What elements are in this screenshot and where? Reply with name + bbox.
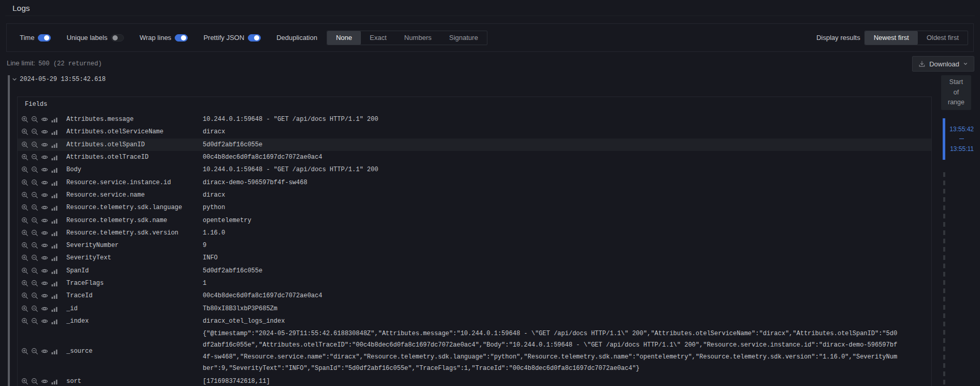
dedup-option[interactable]: Exact: [361, 31, 396, 45]
filter-for-value-icon[interactable]: [21, 191, 29, 199]
filter-out-value-icon[interactable]: [31, 229, 38, 237]
filter-out-value-icon[interactable]: [31, 166, 38, 173]
field-row[interactable]: Resource.telemetry.sdk.name opentelemetr…: [18, 214, 931, 226]
field-row[interactable]: Resource.service.instance.id diracx-demo…: [18, 176, 931, 188]
stats-bar-chart-icon[interactable]: [51, 154, 58, 161]
field-row[interactable]: sort [1716983742618,11]: [18, 375, 931, 386]
field-row[interactable]: _id Tb80xI8B3lxbP3P685Zm: [18, 302, 931, 314]
stats-bar-chart-icon[interactable]: [51, 229, 58, 237]
eye-icon[interactable]: [41, 116, 48, 123]
filter-out-value-icon[interactable]: [31, 267, 38, 274]
eye-icon[interactable]: [41, 348, 48, 355]
field-row[interactable]: TraceId 00c4b8dec6d0fa8c1697dc7072ae0ac4: [18, 290, 931, 302]
filter-for-value-icon[interactable]: [21, 305, 29, 312]
filter-for-value-icon[interactable]: [21, 242, 29, 249]
field-row[interactable]: TraceFlags 1: [18, 277, 931, 290]
filter-for-value-icon[interactable]: [21, 204, 29, 211]
filter-out-value-icon[interactable]: [31, 280, 38, 287]
order-option[interactable]: Newest first: [865, 31, 918, 45]
eye-icon[interactable]: [41, 242, 48, 249]
filter-for-value-icon[interactable]: [21, 378, 29, 385]
eye-icon[interactable]: [41, 254, 48, 261]
field-row[interactable]: Body 10.244.0.1:59648 - "GET /api/docs H…: [18, 163, 931, 176]
filter-for-value-icon[interactable]: [21, 141, 29, 148]
download-button[interactable]: Download: [912, 56, 974, 72]
eye-icon[interactable]: [41, 166, 48, 173]
filter-out-value-icon[interactable]: [31, 254, 38, 261]
field-row[interactable]: _index diracx_otel_logs_index: [18, 315, 931, 327]
filter-for-value-icon[interactable]: [21, 318, 29, 325]
filter-for-value-icon[interactable]: [21, 280, 29, 287]
eye-icon[interactable]: [41, 179, 48, 186]
order-option[interactable]: Oldest first: [918, 31, 968, 45]
eye-icon[interactable]: [41, 318, 48, 325]
filter-out-value-icon[interactable]: [31, 318, 38, 325]
filter-for-value-icon[interactable]: [21, 267, 29, 274]
field-row[interactable]: SpanId 5d0df2abf16c055e: [18, 265, 931, 277]
filter-for-value-icon[interactable]: [21, 154, 29, 161]
toggle-switch[interactable]: [111, 34, 124, 42]
stats-bar-chart-icon[interactable]: [51, 204, 58, 211]
field-row[interactable]: Resource.service.name diracx: [18, 189, 931, 201]
filter-out-value-icon[interactable]: [31, 191, 38, 199]
filter-for-value-icon[interactable]: [21, 348, 29, 355]
stats-bar-chart-icon[interactable]: [51, 179, 58, 186]
stats-bar-chart-icon[interactable]: [51, 267, 58, 274]
filter-out-value-icon[interactable]: [31, 378, 38, 385]
stats-bar-chart-icon[interactable]: [51, 128, 58, 135]
filter-out-value-icon[interactable]: [31, 179, 38, 186]
stats-bar-chart-icon[interactable]: [51, 348, 58, 355]
field-row[interactable]: _source {"@timestamp":"2024-05-29T11:55:…: [18, 327, 931, 375]
filter-out-value-icon[interactable]: [31, 348, 38, 355]
stats-bar-chart-icon[interactable]: [51, 305, 58, 312]
eye-icon[interactable]: [41, 128, 48, 135]
stats-bar-chart-icon[interactable]: [51, 116, 58, 123]
field-row[interactable]: SeverityText INFO: [18, 252, 931, 264]
field-row[interactable]: Attributes.otelServiceName diracx: [18, 126, 931, 138]
toggle-switch[interactable]: [248, 34, 261, 42]
eye-icon[interactable]: [41, 229, 48, 237]
eye-icon[interactable]: [41, 378, 48, 385]
field-row[interactable]: Resource.telemetry.sdk.language python: [18, 201, 931, 214]
filter-out-value-icon[interactable]: [31, 204, 38, 211]
eye-icon[interactable]: [41, 191, 48, 199]
dedup-option[interactable]: Numbers: [396, 31, 441, 45]
field-row[interactable]: Resource.telemetry.sdk.version 1.16.0: [18, 227, 931, 239]
field-row[interactable]: Attributes.otelSpanID 5d0df2abf16c055e: [18, 139, 931, 151]
filter-for-value-icon[interactable]: [21, 254, 29, 261]
toggle-switch[interactable]: [175, 34, 188, 42]
field-row[interactable]: Attributes.message 10.244.0.1:59648 - "G…: [18, 113, 931, 126]
filter-for-value-icon[interactable]: [21, 116, 29, 123]
filter-for-value-icon[interactable]: [21, 179, 29, 186]
dedup-option[interactable]: Signature: [440, 31, 487, 45]
stats-bar-chart-icon[interactable]: [51, 242, 58, 249]
eye-icon[interactable]: [41, 141, 48, 148]
stats-bar-chart-icon[interactable]: [51, 292, 58, 299]
eye-icon[interactable]: [41, 292, 48, 299]
toggle-switch[interactable]: [38, 34, 51, 42]
filter-for-value-icon[interactable]: [21, 292, 29, 299]
filter-for-value-icon[interactable]: [21, 217, 29, 224]
filter-out-value-icon[interactable]: [31, 116, 38, 123]
eye-icon[interactable]: [41, 217, 48, 224]
filter-for-value-icon[interactable]: [21, 166, 29, 173]
filter-out-value-icon[interactable]: [31, 141, 38, 148]
time-range-bar[interactable]: [943, 118, 945, 160]
log-row-header[interactable]: 2024-05-29 13:55:42.618: [11, 76, 106, 83]
filter-out-value-icon[interactable]: [31, 292, 38, 299]
stats-bar-chart-icon[interactable]: [51, 166, 58, 173]
stats-bar-chart-icon[interactable]: [51, 254, 58, 261]
filter-for-value-icon[interactable]: [21, 229, 29, 237]
chevron-down-icon[interactable]: [11, 76, 18, 82]
eye-icon[interactable]: [41, 280, 48, 287]
stats-bar-chart-icon[interactable]: [51, 280, 58, 287]
filter-for-value-icon[interactable]: [21, 128, 29, 135]
eye-icon[interactable]: [41, 204, 48, 211]
stats-bar-chart-icon[interactable]: [51, 141, 58, 148]
stats-bar-chart-icon[interactable]: [51, 191, 58, 199]
field-row[interactable]: Attributes.otelTraceID 00c4b8dec6d0fa8c1…: [18, 151, 931, 163]
eye-icon[interactable]: [41, 154, 48, 161]
stats-bar-chart-icon[interactable]: [51, 378, 58, 385]
eye-icon[interactable]: [41, 305, 48, 312]
filter-out-value-icon[interactable]: [31, 217, 38, 224]
